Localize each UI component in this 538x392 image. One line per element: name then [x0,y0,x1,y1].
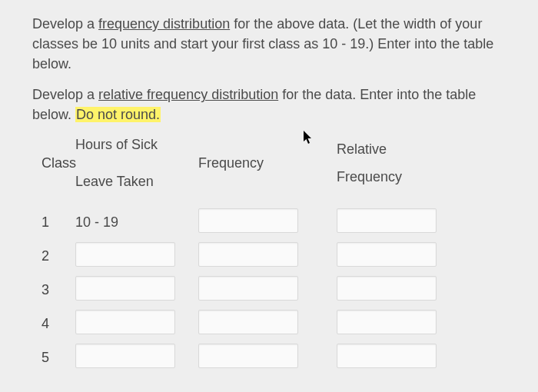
frequency-input[interactable] [198,310,298,334]
frequency-input[interactable] [198,242,298,267]
hours-input[interactable] [75,276,175,301]
relative-frequency-input[interactable] [337,344,437,368]
hours-input[interactable] [75,242,175,267]
underline-freq-dist: frequency distribution [98,16,230,32]
table-row: 4 [42,310,516,334]
relative-frequency-input[interactable] [337,276,437,301]
hours-input[interactable] [75,310,175,334]
instruction-1: Develop a frequency distribution for the… [32,14,516,74]
header-frequency-label: Frequency [198,154,337,173]
header-class-label: Class [42,154,75,173]
table-header-row: Class Hours of Sick Leave Taken Frequenc… [42,135,516,191]
header-class: Class [42,137,75,190]
frequency-table: Class Hours of Sick Leave Taken Frequenc… [42,135,516,367]
text: Develop a [32,87,98,102]
header-relative-line1: Relative [337,140,475,159]
frequency-input[interactable] [198,344,298,368]
hours-input[interactable] [75,344,175,368]
instruction-2: Develop a relative frequency distributio… [32,85,516,125]
worksheet-page: Develop a frequency distribution for the… [0,0,538,368]
table-row: 1 10 - 19 [42,208,516,233]
header-relative: Relative Frequency [337,140,475,186]
header-frequency: Frequency [198,137,337,190]
row-number: 1 [42,210,75,231]
highlight-do-not-round: Do not round. [75,107,161,122]
header-relative-line2: Frequency [337,168,475,187]
table-row: 5 [42,344,516,368]
relative-frequency-input[interactable] [337,242,437,267]
frequency-input[interactable] [198,208,298,233]
relative-frequency-input[interactable] [337,208,437,233]
row-number: 2 [42,244,75,264]
row-number: 5 [42,345,75,366]
text: Develop a [32,16,98,32]
hours-value: 10 - 19 [75,210,198,231]
header-hours-line1: Hours of Sick [75,135,198,154]
frequency-input[interactable] [198,276,298,301]
relative-frequency-input[interactable] [337,310,437,334]
underline-rel-freq-dist: relative frequency distribution [98,87,278,102]
table-row: 3 [42,276,516,301]
row-number: 3 [42,277,75,298]
table-row: 2 [42,242,516,267]
header-hours-line2: Leave Taken [75,172,198,191]
row-number: 4 [42,311,75,332]
header-hours: Hours of Sick Leave Taken [75,135,198,191]
